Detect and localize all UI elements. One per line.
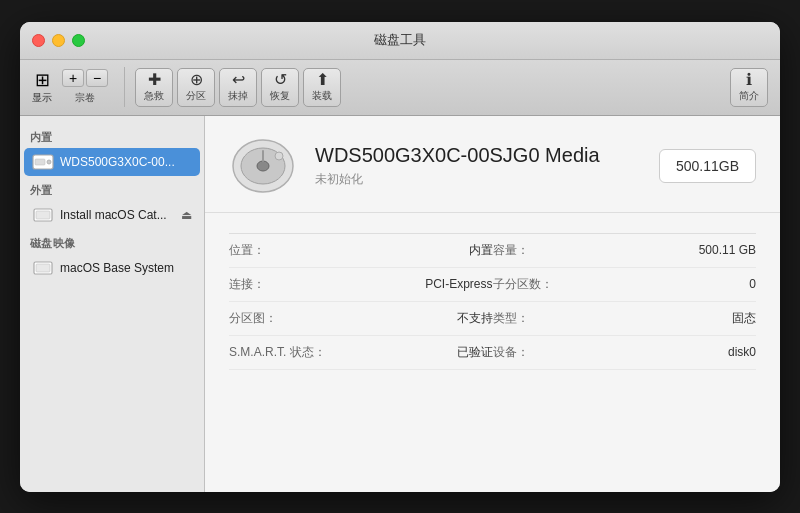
detail-label: S.M.A.R.T. 状态： (229, 344, 329, 361)
detail-value: 0 (601, 277, 757, 291)
first-aid-icon: ✚ (148, 72, 161, 88)
detail-value: 500.11 GB (601, 243, 757, 257)
detail-label: 容量： (493, 242, 593, 259)
sidebar-section-external: 外置 (20, 177, 204, 200)
sidebar-item-macos-base-label: macOS Base System (60, 261, 174, 275)
svg-rect-2 (35, 159, 45, 165)
detail-label: 连接： (229, 276, 329, 293)
content-panel: WDS500G3X0C-00SJG0 Media 未初始化 500.11GB 位… (205, 116, 780, 492)
detail-row: 设备：disk0 (493, 336, 757, 370)
main-window: 磁盘工具 ⊞ 显示 + − 宗卷 ✚ 急救 ⊕ 分区 (20, 22, 780, 492)
mount-icon: ⬆ (316, 72, 329, 88)
mount-label: 装载 (312, 89, 332, 103)
partition-button[interactable]: ⊕ 分区 (177, 68, 215, 107)
detail-label: 位置： (229, 242, 329, 259)
erase-label: 抹掉 (228, 89, 248, 103)
info-label: 简介 (739, 89, 759, 103)
info-icon: ℹ (746, 72, 752, 88)
details-area: 位置：内置连接：PCI-Express分区图：不支持S.M.A.R.T. 状态：… (205, 213, 780, 390)
restore-icon: ↺ (274, 72, 287, 88)
zong-juan-label: 宗卷 (75, 91, 95, 105)
eject-icon[interactable]: ⏏ (181, 208, 192, 222)
toolbar: ⊞ 显示 + − 宗卷 ✚ 急救 ⊕ 分区 ↩ 抹掉 (20, 60, 780, 116)
detail-row: 类型：固态 (493, 302, 757, 336)
details-col-left: 位置：内置连接：PCI-Express分区图：不支持S.M.A.R.T. 状态：… (229, 234, 493, 370)
detail-value: 固态 (601, 310, 757, 327)
detail-row: 子分区数：0 (493, 268, 757, 302)
display-label: 显示 (32, 91, 52, 105)
minimize-button[interactable] (52, 34, 65, 47)
detail-row: 容量：500.11 GB (493, 234, 757, 268)
partition-label: 分区 (186, 89, 206, 103)
sidebar-section-images: 磁盘映像 (20, 230, 204, 253)
detail-value: 已验证 (337, 344, 493, 361)
add-button[interactable]: + (62, 69, 84, 87)
disk-name: WDS500G3X0C-00SJG0 Media (315, 144, 641, 167)
detail-label: 分区图： (229, 310, 329, 327)
detail-row: S.M.A.R.T. 状态：已验证 (229, 336, 493, 370)
close-button[interactable] (32, 34, 45, 47)
erase-button[interactable]: ↩ 抹掉 (219, 68, 257, 107)
detail-row: 位置：内置 (229, 234, 493, 268)
hdd-icon (32, 151, 54, 173)
sidebar-item-install-macos[interactable]: Install macOS Cat... ⏏ (24, 201, 200, 229)
display-icon: ⊞ (35, 69, 50, 91)
titlebar: 磁盘工具 (20, 22, 780, 60)
maximize-button[interactable] (72, 34, 85, 47)
remove-button[interactable]: − (86, 69, 108, 87)
svg-point-1 (47, 160, 51, 164)
details-table: 位置：内置连接：PCI-Express分区图：不支持S.M.A.R.T. 状态：… (229, 233, 756, 370)
hdd-large-icon (229, 136, 297, 196)
macos-base-icon (32, 257, 54, 279)
detail-value: disk0 (601, 345, 757, 359)
mount-button[interactable]: ⬆ 装载 (303, 68, 341, 107)
svg-rect-4 (36, 211, 50, 219)
details-col-right: 容量：500.11 GB子分区数：0类型：固态设备：disk0 (493, 234, 757, 370)
install-disk-icon (32, 204, 54, 226)
disk-info: WDS500G3X0C-00SJG0 Media 未初始化 (315, 144, 641, 188)
disk-area: 位置：内置连接：PCI-Express分区图：不支持S.M.A.R.T. 状态：… (205, 213, 780, 492)
add-remove-group: + − 宗卷 (62, 69, 108, 105)
first-aid-label: 急救 (144, 89, 164, 103)
sidebar-item-install-label: Install macOS Cat... (60, 208, 167, 222)
traffic-lights (32, 34, 85, 47)
toolbar-divider-1 (124, 67, 125, 107)
erase-icon: ↩ (232, 72, 245, 88)
detail-label: 设备： (493, 344, 593, 361)
detail-value: PCI-Express (337, 277, 493, 291)
restore-button[interactable]: ↺ 恢复 (261, 68, 299, 107)
display-button[interactable]: ⊞ 显示 (32, 69, 52, 105)
main-content: 内置 WDS500G3X0C-00... 外置 (20, 116, 780, 492)
detail-label: 子分区数： (493, 276, 593, 293)
detail-row: 连接：PCI-Express (229, 268, 493, 302)
svg-point-9 (257, 161, 269, 171)
detail-row: 分区图：不支持 (229, 302, 493, 336)
detail-value: 内置 (337, 242, 493, 259)
toolbar-display-group: ⊞ 显示 (32, 69, 52, 105)
sidebar-item-main-disk-label: WDS500G3X0C-00... (60, 155, 175, 169)
sidebar-item-macos-base[interactable]: macOS Base System (24, 254, 200, 282)
sidebar-section-internal: 内置 (20, 124, 204, 147)
disk-size-badge: 500.11GB (659, 149, 756, 183)
info-button[interactable]: ℹ 简介 (730, 68, 768, 107)
first-aid-button[interactable]: ✚ 急救 (135, 68, 173, 107)
window-title: 磁盘工具 (374, 31, 426, 49)
partition-icon: ⊕ (190, 72, 203, 88)
detail-value: 不支持 (337, 310, 493, 327)
detail-label: 类型： (493, 310, 593, 327)
svg-rect-6 (36, 264, 50, 272)
svg-point-11 (275, 152, 283, 160)
sidebar: 内置 WDS500G3X0C-00... 外置 (20, 116, 205, 492)
disk-status: 未初始化 (315, 171, 641, 188)
restore-label: 恢复 (270, 89, 290, 103)
disk-header: WDS500G3X0C-00SJG0 Media 未初始化 500.11GB (205, 116, 780, 213)
sidebar-item-main-disk[interactable]: WDS500G3X0C-00... (24, 148, 200, 176)
